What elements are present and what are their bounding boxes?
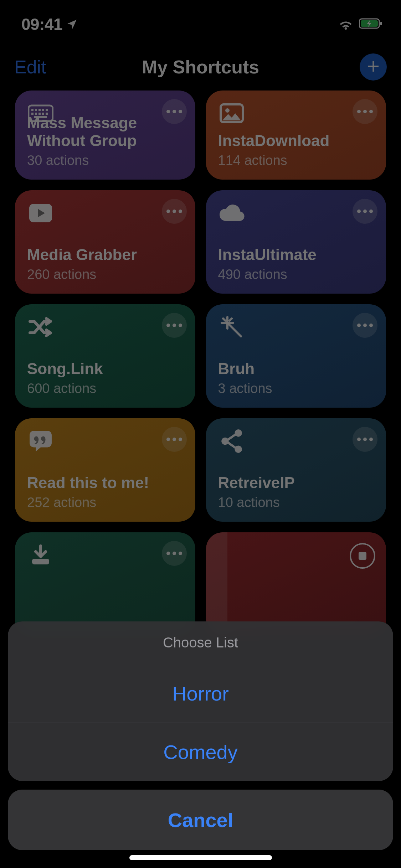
action-sheet-title: Choose List xyxy=(8,621,393,664)
action-sheet-option[interactable]: Horror xyxy=(8,664,393,723)
action-sheet-option[interactable]: Comedy xyxy=(8,723,393,781)
action-sheet: Choose List HorrorComedy Cancel xyxy=(8,621,393,850)
action-sheet-cancel-button[interactable]: Cancel xyxy=(8,790,393,850)
home-indicator[interactable] xyxy=(129,855,272,860)
